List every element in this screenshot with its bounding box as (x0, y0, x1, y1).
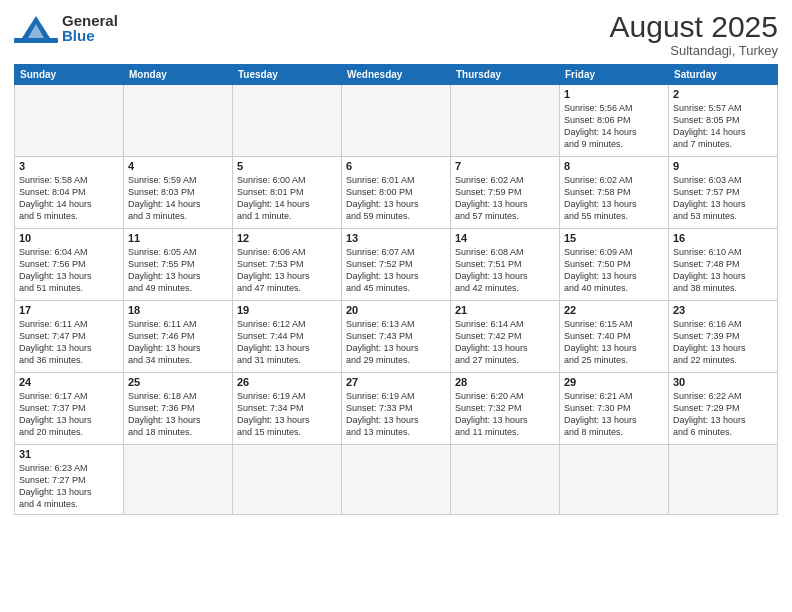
day-number: 5 (237, 160, 337, 172)
month-title: August 2025 (610, 10, 778, 43)
calendar-cell: 2Sunrise: 5:57 AM Sunset: 8:05 PM Daylig… (669, 85, 778, 157)
calendar-cell: 25Sunrise: 6:18 AM Sunset: 7:36 PM Dayli… (124, 373, 233, 445)
day-info: Sunrise: 6:01 AM Sunset: 8:00 PM Dayligh… (346, 174, 446, 223)
day-info: Sunrise: 6:05 AM Sunset: 7:55 PM Dayligh… (128, 246, 228, 295)
day-number: 24 (19, 376, 119, 388)
day-number: 30 (673, 376, 773, 388)
svg-rect-2 (14, 38, 58, 43)
day-info: Sunrise: 6:06 AM Sunset: 7:53 PM Dayligh… (237, 246, 337, 295)
day-number: 10 (19, 232, 119, 244)
day-number: 27 (346, 376, 446, 388)
calendar-week-row: 24Sunrise: 6:17 AM Sunset: 7:37 PM Dayli… (15, 373, 778, 445)
day-number: 23 (673, 304, 773, 316)
day-number: 25 (128, 376, 228, 388)
calendar-cell: 18Sunrise: 6:11 AM Sunset: 7:46 PM Dayli… (124, 301, 233, 373)
location-subtitle: Sultandagi, Turkey (610, 43, 778, 58)
day-info: Sunrise: 6:02 AM Sunset: 7:58 PM Dayligh… (564, 174, 664, 223)
day-info: Sunrise: 6:13 AM Sunset: 7:43 PM Dayligh… (346, 318, 446, 367)
day-number: 13 (346, 232, 446, 244)
calendar-cell (124, 445, 233, 515)
calendar-cell: 7Sunrise: 6:02 AM Sunset: 7:59 PM Daylig… (451, 157, 560, 229)
calendar-cell: 3Sunrise: 5:58 AM Sunset: 8:04 PM Daylig… (15, 157, 124, 229)
calendar-week-row: 3Sunrise: 5:58 AM Sunset: 8:04 PM Daylig… (15, 157, 778, 229)
calendar-cell (342, 85, 451, 157)
calendar-cell: 13Sunrise: 6:07 AM Sunset: 7:52 PM Dayli… (342, 229, 451, 301)
page: General Blue August 2025 Sultandagi, Tur… (0, 0, 792, 612)
day-info: Sunrise: 5:59 AM Sunset: 8:03 PM Dayligh… (128, 174, 228, 223)
logo: General Blue (14, 10, 118, 46)
day-info: Sunrise: 6:20 AM Sunset: 7:32 PM Dayligh… (455, 390, 555, 439)
weekday-header-friday: Friday (560, 65, 669, 85)
day-info: Sunrise: 5:58 AM Sunset: 8:04 PM Dayligh… (19, 174, 119, 223)
day-number: 31 (19, 448, 119, 460)
day-info: Sunrise: 6:21 AM Sunset: 7:30 PM Dayligh… (564, 390, 664, 439)
day-info: Sunrise: 6:11 AM Sunset: 7:46 PM Dayligh… (128, 318, 228, 367)
calendar-cell (233, 85, 342, 157)
calendar-cell: 6Sunrise: 6:01 AM Sunset: 8:00 PM Daylig… (342, 157, 451, 229)
day-info: Sunrise: 6:00 AM Sunset: 8:01 PM Dayligh… (237, 174, 337, 223)
day-number: 17 (19, 304, 119, 316)
calendar-cell (124, 85, 233, 157)
day-info: Sunrise: 6:22 AM Sunset: 7:29 PM Dayligh… (673, 390, 773, 439)
weekday-header-monday: Monday (124, 65, 233, 85)
day-number: 2 (673, 88, 773, 100)
calendar-cell: 4Sunrise: 5:59 AM Sunset: 8:03 PM Daylig… (124, 157, 233, 229)
calendar-cell: 30Sunrise: 6:22 AM Sunset: 7:29 PM Dayli… (669, 373, 778, 445)
weekday-header-thursday: Thursday (451, 65, 560, 85)
day-info: Sunrise: 6:14 AM Sunset: 7:42 PM Dayligh… (455, 318, 555, 367)
weekday-header-tuesday: Tuesday (233, 65, 342, 85)
day-number: 20 (346, 304, 446, 316)
calendar-cell: 27Sunrise: 6:19 AM Sunset: 7:33 PM Dayli… (342, 373, 451, 445)
logo-general-text: General (62, 13, 118, 28)
logo-icon (14, 10, 58, 46)
calendar-cell (451, 85, 560, 157)
day-info: Sunrise: 6:04 AM Sunset: 7:56 PM Dayligh… (19, 246, 119, 295)
calendar-cell: 19Sunrise: 6:12 AM Sunset: 7:44 PM Dayli… (233, 301, 342, 373)
day-number: 16 (673, 232, 773, 244)
day-number: 15 (564, 232, 664, 244)
logo-blue-text: Blue (62, 28, 118, 43)
calendar-cell: 9Sunrise: 6:03 AM Sunset: 7:57 PM Daylig… (669, 157, 778, 229)
day-info: Sunrise: 5:57 AM Sunset: 8:05 PM Dayligh… (673, 102, 773, 151)
day-info: Sunrise: 6:09 AM Sunset: 7:50 PM Dayligh… (564, 246, 664, 295)
calendar-cell: 26Sunrise: 6:19 AM Sunset: 7:34 PM Dayli… (233, 373, 342, 445)
weekday-header-sunday: Sunday (15, 65, 124, 85)
day-info: Sunrise: 6:16 AM Sunset: 7:39 PM Dayligh… (673, 318, 773, 367)
calendar-cell: 8Sunrise: 6:02 AM Sunset: 7:58 PM Daylig… (560, 157, 669, 229)
calendar-cell: 15Sunrise: 6:09 AM Sunset: 7:50 PM Dayli… (560, 229, 669, 301)
day-info: Sunrise: 6:10 AM Sunset: 7:48 PM Dayligh… (673, 246, 773, 295)
day-info: Sunrise: 6:19 AM Sunset: 7:34 PM Dayligh… (237, 390, 337, 439)
day-info: Sunrise: 6:02 AM Sunset: 7:59 PM Dayligh… (455, 174, 555, 223)
weekday-header-row: SundayMondayTuesdayWednesdayThursdayFrid… (15, 65, 778, 85)
day-number: 3 (19, 160, 119, 172)
day-info: Sunrise: 6:18 AM Sunset: 7:36 PM Dayligh… (128, 390, 228, 439)
day-number: 18 (128, 304, 228, 316)
day-info: Sunrise: 6:23 AM Sunset: 7:27 PM Dayligh… (19, 462, 119, 511)
day-number: 7 (455, 160, 555, 172)
calendar-cell: 28Sunrise: 6:20 AM Sunset: 7:32 PM Dayli… (451, 373, 560, 445)
calendar-cell (233, 445, 342, 515)
calendar-cell: 14Sunrise: 6:08 AM Sunset: 7:51 PM Dayli… (451, 229, 560, 301)
calendar-cell: 1Sunrise: 5:56 AM Sunset: 8:06 PM Daylig… (560, 85, 669, 157)
calendar-cell: 5Sunrise: 6:00 AM Sunset: 8:01 PM Daylig… (233, 157, 342, 229)
calendar-week-row: 31Sunrise: 6:23 AM Sunset: 7:27 PM Dayli… (15, 445, 778, 515)
day-number: 6 (346, 160, 446, 172)
logo-text: General Blue (62, 13, 118, 43)
calendar-cell: 16Sunrise: 6:10 AM Sunset: 7:48 PM Dayli… (669, 229, 778, 301)
calendar-cell: 22Sunrise: 6:15 AM Sunset: 7:40 PM Dayli… (560, 301, 669, 373)
calendar-cell: 17Sunrise: 6:11 AM Sunset: 7:47 PM Dayli… (15, 301, 124, 373)
weekday-header-saturday: Saturday (669, 65, 778, 85)
day-number: 4 (128, 160, 228, 172)
day-number: 9 (673, 160, 773, 172)
header: General Blue August 2025 Sultandagi, Tur… (14, 10, 778, 58)
day-info: Sunrise: 6:15 AM Sunset: 7:40 PM Dayligh… (564, 318, 664, 367)
calendar-cell (669, 445, 778, 515)
calendar-cell (342, 445, 451, 515)
calendar-week-row: 1Sunrise: 5:56 AM Sunset: 8:06 PM Daylig… (15, 85, 778, 157)
day-info: Sunrise: 6:07 AM Sunset: 7:52 PM Dayligh… (346, 246, 446, 295)
day-number: 29 (564, 376, 664, 388)
calendar-table: SundayMondayTuesdayWednesdayThursdayFrid… (14, 64, 778, 515)
day-number: 22 (564, 304, 664, 316)
day-number: 21 (455, 304, 555, 316)
calendar-cell: 12Sunrise: 6:06 AM Sunset: 7:53 PM Dayli… (233, 229, 342, 301)
